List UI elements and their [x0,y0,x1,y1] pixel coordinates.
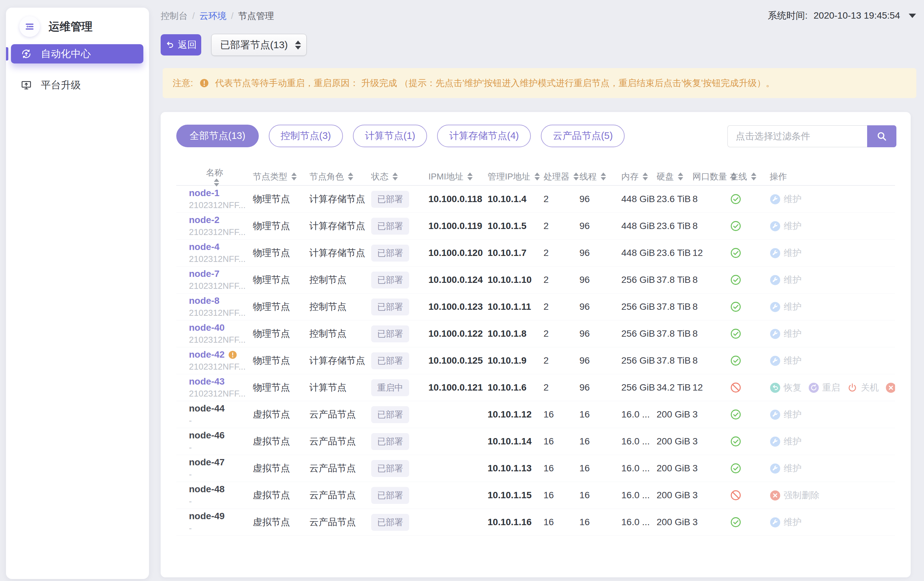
node-name-link[interactable]: node-8 [189,296,219,306]
node-table-card: 全部节点(13) 控制节点(3) 计算节点(1) 计算存储节点(4) 云产品节点… [161,112,911,577]
column-header-threads[interactable]: 线程 [567,171,609,183]
action-maintain[interactable]: 维护 [770,355,802,367]
node-type: 虚拟节点 [240,462,297,475]
action-maintain[interactable]: 维护 [770,301,802,313]
force-delete-icon [770,490,780,501]
collapse-menu-icon[interactable] [19,16,40,37]
cpu-count: 2 [531,301,567,312]
column-header-ipmi[interactable]: IPMI地址 [416,171,475,183]
column-header-status[interactable]: 状态 [358,171,416,183]
action-maintain[interactable]: 维护 [770,462,802,474]
breadcrumb-console[interactable]: 控制台 [161,10,188,22]
action-maintain[interactable]: 维护 [770,220,802,232]
sort-icon[interactable] [467,173,473,181]
node-serial: 2102312NFF... [189,200,240,211]
column-label: 硬盘 [657,171,674,183]
node-role: 计算存储节点 [297,354,358,367]
column-header-memory[interactable]: 内存 [609,171,644,183]
system-time: 系统时间: 2020-10-13 19:45:54 [768,9,916,22]
node-name-link[interactable]: node-7 [189,268,219,279]
back-button[interactable]: 返回 [161,34,201,56]
sort-icon[interactable] [348,173,353,181]
node-type: 物理节点 [240,247,297,259]
node-name-link[interactable]: node-1 [189,188,219,198]
online-icon [730,220,742,232]
sort-icon[interactable] [291,173,297,181]
table-row: node-49 - 虚拟节点 云产品节点 已部署 10.10.1.16 16 1… [176,509,895,536]
action-restart[interactable]: 重启 [808,382,840,393]
action-maintain[interactable]: 维护 [770,408,802,420]
node-name-link[interactable]: node-42 [189,349,224,360]
status-cell: 已部署 [358,218,416,235]
column-header-nic_count[interactable]: 网口数量 [680,171,717,183]
node-role: 计算存储节点 [297,247,358,259]
status-badge: 已部署 [371,245,409,262]
memory-size: 448 GiB [609,194,644,204]
sidebar-item-platform-upgrade[interactable]: 平台升级 [11,76,144,95]
online-icon [730,516,742,528]
column-header-cpu[interactable]: 处理器 [531,171,567,183]
node-name-link[interactable]: node-2 [189,215,219,225]
filter-pill-compute-nodes[interactable]: 计算节点(1) [353,125,427,147]
node-name-link[interactable]: node-40 [189,323,224,333]
node-role: 计算存储节点 [297,193,358,206]
column-header-online[interactable]: 在线 [717,171,757,183]
table-row: node-46 - 虚拟节点 云产品节点 已部署 10.10.1.14 16 1… [176,428,895,455]
column-label: 内存 [621,171,639,183]
filter-pill-all-nodes[interactable]: 全部节点(13) [176,125,259,147]
sort-icon[interactable] [751,173,756,181]
status-badge: 已部署 [371,433,409,450]
sort-icon[interactable] [601,173,606,181]
column-header-disk[interactable]: 硬盘 [644,171,680,183]
sidebar-item-automation-center[interactable]: 自动化中心 [11,44,144,64]
column-header-role[interactable]: 节点角色 [297,171,358,183]
notice-banner: 注意: 代表节点等待手动重启，重启原因： 升级完成 （提示：先点击'维护'按钮进… [163,68,916,98]
column-header-name[interactable]: 名称 [176,167,240,186]
action-maintain[interactable]: 维护 [770,435,802,448]
sort-icon[interactable] [214,178,219,186]
nic-count: 8 [680,301,717,312]
column-header-mgmt_ip[interactable]: 管理IP地址 [475,171,531,183]
filter-pill-control-nodes[interactable]: 控制节点(3) [269,125,343,147]
node-serial: 2102312NFF... [189,335,240,345]
node-role: 控制节点 [297,273,358,286]
deployed-nodes-select[interactable]: 已部署节点(13) [211,34,307,56]
column-header-type[interactable]: 节点类型 [240,171,297,183]
search-input[interactable] [728,125,867,147]
node-name-link[interactable]: node-43 [189,376,224,387]
restore-icon [770,382,780,393]
filter-pill-compute-storage-nodes[interactable]: 计算存储节点(4) [437,125,531,147]
table-row: node-42 2102312NFF... 物理节点 计算存储节点 已部署 10… [176,347,895,374]
action-restore[interactable]: 恢复 [770,382,802,393]
action-maintain[interactable]: 维护 [770,274,802,286]
chevron-down-icon[interactable] [909,14,916,18]
cpu-count: 2 [531,248,567,258]
column-label: 名称 [206,167,223,178]
disk-size: 37.8 TiB [644,275,680,285]
action-label: 维护 [784,516,802,528]
sidebar: 运维管理 自动化中心 平台升级 [6,8,149,579]
sort-icon[interactable] [393,173,398,181]
online-status [717,516,757,528]
action-delete[interactable]: 删除 [885,382,895,393]
action-force-delete[interactable]: 强制删除 [770,489,820,501]
status-cell: 重启中 [358,379,416,396]
action-maintain[interactable]: 维护 [770,193,802,205]
action-maintain[interactable]: 维护 [770,516,802,528]
disk-size: 37.8 TiB [644,301,680,312]
disk-size: 37.8 TiB [644,356,680,366]
action-label: 维护 [784,408,802,420]
node-serial: - [189,415,240,426]
action-maintain[interactable]: 维护 [770,247,802,259]
action-maintain[interactable]: 维护 [770,328,802,340]
filter-pill-cloud-product-nodes[interactable]: 云产品节点(5) [541,125,625,147]
node-type: 虚拟节点 [240,435,297,448]
node-type: 物理节点 [240,193,297,206]
search-button[interactable] [867,125,896,147]
warning-icon [199,78,209,88]
node-name-link[interactable]: node-4 [189,242,219,252]
cpu-count: 16 [531,517,567,527]
action-label: 维护 [784,328,802,340]
action-shutdown[interactable]: 关机 [847,382,879,393]
breadcrumb-cloud-env[interactable]: 云环境 [200,10,226,22]
